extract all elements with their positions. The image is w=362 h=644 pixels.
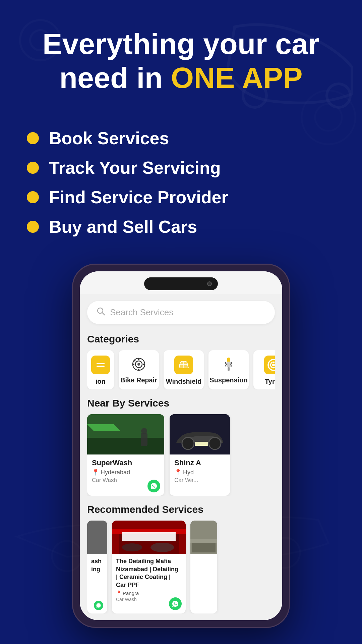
nearby-row: SuperWash 📍 Hyderabad Car Wash	[87, 414, 275, 496]
rec-card-partial[interactable]: ashing	[87, 521, 107, 613]
phone-inner: Search Services Categories	[80, 271, 282, 620]
location-pin-superwash: 📍	[92, 469, 99, 476]
rec-card-detailing[interactable]: The Detailing Mafia Nizamabad | Detailin…	[112, 521, 186, 613]
feature-list: Book Services Track Your Servicing Find …	[0, 128, 362, 237]
svg-rect-23	[227, 362, 231, 367]
category-suspension-icon	[220, 356, 237, 373]
category-bike-repair-label: Bike Repair	[120, 376, 157, 384]
feature-track: Track Your Servicing	[27, 158, 335, 178]
service-card-superwash[interactable]: SuperWash 📍 Hyderabad Car Wash	[87, 414, 164, 496]
category-bike-repair-icon	[130, 356, 147, 373]
whatsapp-btn-partial[interactable]	[94, 601, 103, 610]
category-partial-icon	[91, 356, 110, 374]
rec-location-detailing: 📍 Pangra	[116, 590, 182, 596]
category-suspension[interactable]: Suspension	[208, 350, 249, 389]
svg-point-41	[182, 437, 194, 449]
rec-card-partial-right[interactable]	[190, 521, 217, 613]
phone-container: Search Services Categories	[0, 257, 362, 628]
category-tyres-icon	[264, 356, 275, 374]
svg-rect-16	[132, 364, 134, 365]
feature-text-track: Track Your Servicing	[49, 158, 221, 178]
service-type-shinz: Car Wa...	[174, 477, 225, 484]
svg-line-9	[102, 313, 105, 315]
svg-point-42	[209, 437, 221, 449]
svg-point-19	[137, 363, 140, 366]
location-pin-detailing: 📍	[116, 590, 122, 596]
categories-title: Categories	[87, 333, 275, 345]
bullet-dot-track	[27, 162, 39, 174]
svg-point-50	[150, 543, 174, 552]
service-location-superwash: 📍 Hyderabad	[92, 469, 160, 476]
service-card-shinz[interactable]: Shinz A 📍 Hyd Car Wa...	[170, 414, 230, 496]
recommended-row: ashing	[87, 521, 275, 613]
bullet-dot-buy	[27, 221, 39, 233]
svg-rect-44	[87, 521, 107, 554]
category-tyres-label: Tyres	[265, 378, 275, 385]
recommended-section: Recommended Services ashing	[87, 504, 275, 613]
location-pin-shinz: 📍	[174, 469, 182, 476]
svg-rect-17	[143, 364, 145, 365]
rec-card-partial-img	[87, 521, 107, 554]
hero-title: Everything your car need in ONE APP	[20, 27, 342, 95]
service-name-shinz: Shinz A	[174, 459, 225, 467]
hero-title-highlight: ONE APP	[171, 61, 303, 94]
service-card-shinz-body: Shinz A 📍 Hyd Car Wa...	[170, 454, 230, 496]
svg-rect-15	[138, 369, 139, 371]
search-placeholder: Search Services	[110, 307, 173, 318]
svg-rect-11	[97, 366, 105, 367]
svg-rect-53	[190, 539, 217, 543]
category-windshield[interactable]: Windshield	[164, 350, 204, 389]
svg-rect-43	[195, 442, 208, 446]
search-icon	[97, 307, 105, 318]
category-partial-label: ion	[96, 378, 106, 385]
svg-rect-22	[227, 358, 230, 362]
categories-row: ion	[87, 350, 275, 389]
svg-rect-14	[138, 358, 139, 360]
svg-rect-38	[141, 433, 147, 446]
hero-title-line1: Everything your car	[43, 27, 320, 60]
phone-notch	[80, 271, 282, 294]
phone-mockup: Search Services Categories	[72, 264, 290, 628]
rec-name-detailing: The Detailing Mafia Nizamabad | Detailin…	[116, 557, 182, 589]
rec-card-detailing-img	[112, 521, 186, 554]
svg-point-27	[272, 364, 275, 366]
service-card-superwash-img	[87, 414, 164, 454]
phone-content: Search Services Categories	[80, 294, 282, 620]
category-partial[interactable]: ion	[87, 350, 114, 389]
rec-card-partial-right-body	[190, 554, 217, 569]
service-name-superwash: SuperWash	[92, 459, 160, 467]
service-card-shinz-img	[170, 414, 230, 454]
svg-rect-37	[87, 438, 164, 454]
notch-camera	[207, 281, 212, 286]
recommended-title: Recommended Services	[87, 504, 275, 515]
rec-card-partial-body: ashing	[87, 554, 107, 586]
svg-rect-24	[228, 367, 230, 371]
category-tyres[interactable]: Tyres	[253, 350, 275, 389]
svg-rect-48	[122, 532, 176, 541]
hero-title-line2: need in	[59, 61, 171, 94]
svg-rect-10	[97, 363, 105, 364]
search-bar[interactable]: Search Services	[87, 301, 275, 324]
category-suspension-label: Suspension	[209, 376, 247, 384]
nearby-section: Near By Services	[87, 397, 275, 496]
category-bike-repair[interactable]: Bike Repair	[119, 350, 159, 389]
feature-text-buy: Buy and Sell Cars	[49, 217, 197, 237]
feature-text-find: Find Service Provider	[49, 187, 228, 207]
service-location-shinz: 📍 Hyd	[174, 469, 225, 476]
categories-section: Categories ion	[87, 333, 275, 389]
hero-section: Everything your car need in ONE APP	[0, 0, 362, 128]
feature-book: Book Services	[27, 128, 335, 148]
notch-pill	[144, 277, 218, 290]
bullet-dot-book	[27, 132, 39, 144]
rec-name-partial: ashing	[91, 557, 103, 573]
feature-find: Find Service Provider	[27, 187, 335, 207]
feature-buy: Buy and Sell Cars	[27, 217, 335, 237]
feature-text-book: Book Services	[49, 128, 169, 148]
nearby-title: Near By Services	[87, 397, 275, 409]
rec-card-partial-right-img	[190, 521, 217, 554]
svg-point-39	[141, 428, 147, 434]
category-windshield-label: Windshield	[166, 378, 201, 385]
whatsapp-btn-detailing[interactable]	[169, 597, 182, 610]
bullet-dot-find	[27, 191, 39, 203]
category-windshield-icon	[174, 356, 193, 374]
